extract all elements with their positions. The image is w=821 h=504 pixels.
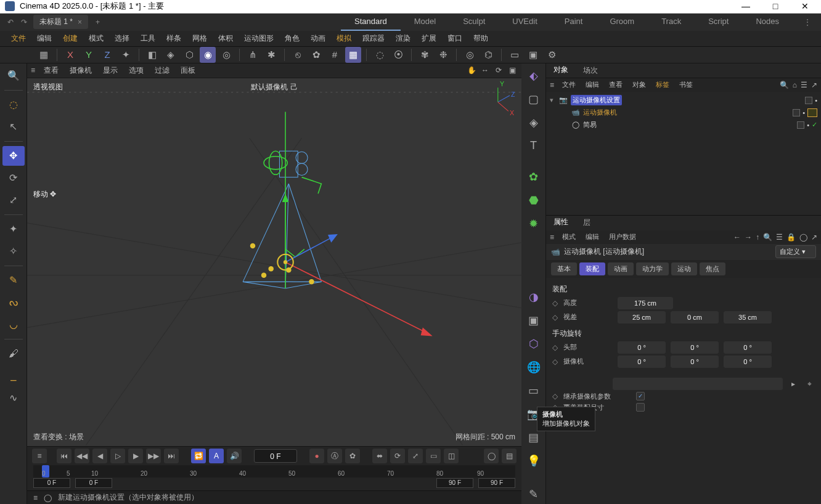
attr-lock-icon[interactable]: 🔒 [786,233,796,242]
rotate-tool[interactable]: ⟳ [2,168,25,188]
layout-tab-track[interactable]: Track [648,13,695,31]
layout-tab-groom[interactable]: Groom [596,13,648,31]
maximize-button[interactable]: □ [768,1,783,11]
document-tab[interactable]: 未标题 1 * × [33,15,88,29]
next-frame-icon[interactable]: ▶ [128,449,143,463]
om-menu-edit[interactable]: 编辑 [581,79,603,91]
status-burger-icon[interactable]: ≡ [33,494,38,502]
menu-render[interactable]: 渲染 [391,31,415,46]
chk-override[interactable] [636,403,645,412]
menu-simulate[interactable]: 模拟 [332,31,356,46]
om-menu-object[interactable]: 对象 [628,79,650,91]
tab-objects[interactable]: 对象 [546,62,576,79]
hair-icon[interactable]: ✾ [417,47,433,63]
subtab-focus[interactable]: 焦点 [700,262,725,275]
subtab-rig[interactable]: 装配 [579,262,605,275]
range-end-outer[interactable]: 90 F [478,478,515,488]
vp-menu-display[interactable]: 显示 [98,63,123,78]
move-tool[interactable]: ✥ [2,146,25,166]
om-menu-file[interactable]: 文件 [558,79,580,91]
spline-arc-icon[interactable]: ◡ [2,315,25,335]
loop-icon[interactable]: 🔁 [191,449,206,463]
tree-row-camera[interactable]: 📹 运动摄像机 • [550,107,817,119]
layout-tab-model[interactable]: Model [401,13,449,31]
quantize-icon[interactable]: ▦ [345,47,361,63]
play-icon[interactable]: ▷ [110,449,125,463]
menu-file[interactable]: 文件 [6,31,31,46]
panel-take-icon[interactable]: ▤ [524,428,544,447]
panel-light-icon[interactable]: 💡 [524,451,544,471]
input-cam-b[interactable]: 0 ° [724,356,772,368]
search-icon[interactable]: 🔍 [2,66,25,86]
attr-menu-mode[interactable]: 模式 [558,231,580,243]
shader-icon[interactable]: ◎ [218,47,234,63]
extrude-icon[interactable]: ∿ [2,388,25,408]
tab-layers[interactable]: 层 [576,214,598,231]
scale-tool[interactable]: ⤢ [2,190,25,210]
menu-spline[interactable]: 样条 [161,31,186,46]
cube-icon[interactable]: ◈ [163,47,179,63]
attr-filter-icon[interactable]: ☰ [776,233,783,242]
dope-icon[interactable]: ▤ [502,449,517,463]
attr-up-icon[interactable]: ↑ [756,233,759,242]
uv-mode-icon[interactable]: ⬣ [524,190,544,210]
menu-select[interactable]: 选择 [110,31,134,46]
autokey-toggle-icon[interactable]: Ⓐ [327,449,342,463]
transform-local-icon[interactable]: ✧ [2,242,25,261]
field-icon[interactable]: ✱ [263,47,279,63]
scene-alt-icon[interactable]: ⌬ [480,47,496,63]
tree-label[interactable]: 简易 [583,120,597,129]
panel-globe-icon[interactable]: 🌐 [524,357,544,377]
timeline-ruler[interactable]: 0 5 10 20 30 40 50 60 70 80 90 [33,465,515,478]
input-head-b[interactable]: 0 ° [724,341,772,354]
tab-takes[interactable]: 场次 [576,62,605,79]
brush-icon[interactable]: 🖌 [2,344,25,364]
tree-row-simple[interactable]: ◯ 简易 •✓ [550,119,817,131]
knife-icon[interactable]: ⎯ [2,366,25,386]
particle-icon[interactable]: ❉ [435,47,451,63]
hud-hand-icon[interactable]: ✋ [466,66,477,75]
null-icon[interactable]: ⬡ [181,47,197,63]
attr-search-icon[interactable]: 🔍 [763,233,772,242]
layout-tab-standard[interactable]: Standard [341,13,401,31]
coord-system-icon[interactable]: ▦ [36,47,52,63]
fcurve-icon[interactable]: ◯ [484,449,499,463]
input-head-p[interactable]: 0 ° [671,341,719,354]
input-head-h[interactable]: 0 ° [618,341,666,354]
vp-menu-options[interactable]: 选项 [124,63,149,78]
key-opts-icon[interactable]: ✿ [345,449,360,463]
tree-label[interactable]: 运动摄像机设置 [571,95,622,105]
cursor-tool[interactable]: ↖ [2,117,25,137]
attr-burger-icon[interactable]: ≡ [550,233,554,242]
current-frame[interactable]: 0 F [254,449,297,463]
new-tab-button[interactable]: + [91,18,105,26]
redo-button[interactable]: ↷ [17,18,31,26]
om-menu-tags[interactable]: 标签 [651,79,674,91]
spline-pen-icon[interactable]: ✎ [2,270,25,290]
panel-toggle-3-icon[interactable]: ⬡ [524,334,544,354]
layout-tab-sculpt[interactable]: Sculpt [449,13,499,31]
take-icon[interactable]: ▣ [525,47,541,63]
render-region-icon[interactable]: ◌ [372,47,388,63]
range-start-inner[interactable]: 0 F [75,478,112,488]
input-cam-h[interactable]: 0 ° [618,356,666,368]
autokey-icon[interactable]: A [209,449,224,463]
input-cam-p[interactable]: 0 ° [671,356,719,368]
poly-mode-icon[interactable]: ✿ [524,167,544,187]
om-menu-view[interactable]: 查看 [605,79,627,91]
attr-back-icon[interactable]: ← [733,233,741,242]
y-axis-icon[interactable]: Y [81,47,97,63]
primitive-icon[interactable]: ◉ [200,47,216,63]
viewport-burger-icon[interactable]: ≡ [31,66,35,75]
menu-window[interactable]: 窗口 [443,31,467,46]
panel-clip-icon[interactable]: ▭ [524,381,544,400]
om-burger-icon[interactable]: ≡ [550,81,554,89]
layout-tab-nodes[interactable]: Nodes [742,13,793,31]
chk-inherit[interactable] [636,392,645,400]
panel-edit-icon[interactable]: ✎ [524,484,544,504]
link-camera-field[interactable] [613,378,783,390]
model-mode-icon[interactable]: ⬖ [524,66,544,86]
attr-new-icon[interactable]: ◯ [799,233,807,242]
om-home-icon[interactable]: ⌂ [793,81,797,89]
tree-row-root[interactable]: ▾📷 运动摄像机设置 • [550,94,817,107]
